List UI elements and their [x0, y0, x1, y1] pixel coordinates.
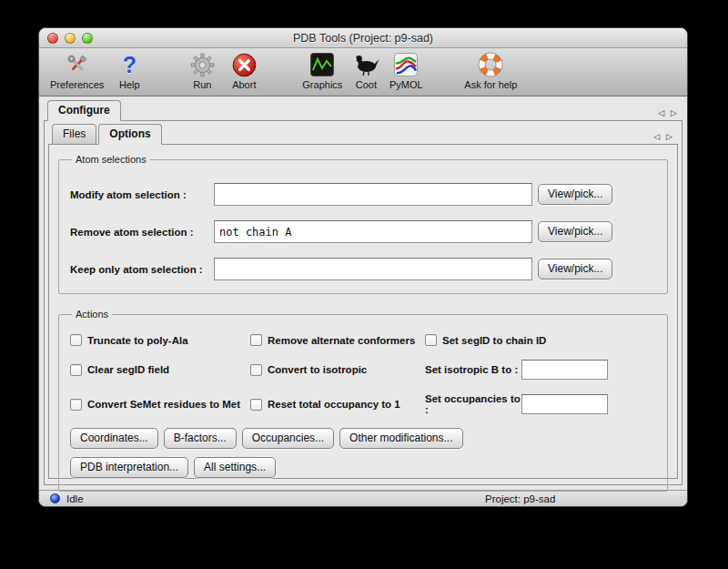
remove-atom-selection-input[interactable] — [214, 220, 532, 243]
coordinates-button[interactable]: Coordinates... — [70, 428, 158, 449]
options-panel: Atom selections Modify atom selection : … — [48, 144, 678, 479]
toolbar-item-ask-for-help[interactable]: Ask for help — [464, 51, 517, 90]
title-bar[interactable]: PDB Tools (Project: p9-sad) — [39, 28, 687, 48]
checkbox-box[interactable] — [425, 334, 437, 346]
view-pick-button[interactable]: View/pick... — [538, 184, 612, 205]
toolbar-item-label: Abort — [232, 79, 256, 90]
project-label: Project: p9-sad — [485, 493, 555, 504]
tab-scroll-left-icon[interactable]: ◁ — [658, 108, 664, 117]
tab-files[interactable]: Files — [52, 124, 96, 145]
modify-atom-selection-row: Modify atom selection : View/pick... — [70, 183, 656, 206]
close-button[interactable] — [47, 33, 58, 44]
b-factors-button[interactable]: B-factors... — [164, 428, 237, 449]
toolbar: Preferences ? Help — [39, 48, 687, 97]
checkbox-clear-segid-field[interactable]: Clear segID field — [70, 364, 250, 376]
tab-configure[interactable]: Configure — [47, 100, 121, 121]
toolbar-item-label: Coot — [356, 79, 377, 90]
checkbox-convert-semet-residues-to-met[interactable]: Convert SeMet residues to Met — [70, 399, 250, 411]
abort-icon — [232, 51, 257, 78]
toolbar-item-label: Ask for help — [464, 79, 517, 90]
preferences-icon — [65, 51, 90, 78]
remove-atom-selection-row: Remove atom selection : View/pick... — [70, 220, 656, 243]
help-icon: ? — [123, 51, 136, 78]
toolbar-item-help[interactable]: ? Help — [111, 51, 147, 90]
view-pick-button[interactable]: View/pick... — [538, 259, 612, 279]
status-bar: Idle Project: p9-sad — [39, 490, 687, 506]
main-tab-scroll: ◁ ▷ — [658, 108, 677, 121]
set-occupancies-input[interactable] — [521, 394, 608, 414]
sub-tab-scroll: ◁ ▷ — [653, 132, 672, 145]
toolbar-item-abort[interactable]: Abort — [226, 51, 262, 90]
modify-atom-selection-input[interactable] — [214, 183, 532, 206]
other-modifications-button[interactable]: Other modifications... — [339, 428, 462, 449]
toolbar-item-preferences[interactable]: Preferences — [50, 51, 104, 90]
actions-grid: Truncate to poly-Ala Remove alternate co… — [70, 334, 656, 415]
occupancies-button[interactable]: Occupancies... — [242, 428, 334, 449]
set-isotropic-b-field: Set isotropic B to : — [425, 360, 656, 380]
tab-scroll-right-icon[interactable]: ▷ — [666, 132, 672, 141]
actions-buttons-row-2: PDB interpretation... All settings... — [70, 457, 656, 478]
actions-legend: Actions — [72, 309, 112, 320]
coot-bird-icon — [352, 51, 379, 78]
sub-notebook: Files Options ◁ ▷ Atom selections Modify… — [45, 121, 682, 484]
atom-selections-legend: Atom selections — [72, 154, 150, 165]
tab-options[interactable]: Options — [98, 124, 161, 145]
toolbar-item-run[interactable]: Run — [184, 51, 220, 90]
graphics-icon — [310, 51, 334, 78]
set-isotropic-b-input[interactable] — [521, 360, 608, 380]
pdb-interpretation-button[interactable]: PDB interpretation... — [70, 457, 188, 478]
toolbar-item-label: PyMOL — [389, 79, 423, 90]
sub-tab-strip: Files Options ◁ ▷ — [48, 124, 678, 145]
set-occupancies-label: Set occupancies to : — [425, 393, 521, 415]
pymol-icon — [394, 51, 418, 78]
checkbox-box[interactable] — [70, 399, 82, 411]
checkbox-box[interactable] — [70, 334, 82, 346]
modify-atom-selection-label: Modify atom selection : — [70, 189, 214, 200]
keep-only-atom-selection-row: Keep only atom selection : View/pick... — [70, 258, 656, 280]
window-controls — [47, 33, 93, 44]
window-title: PDB Tools (Project: p9-sad) — [293, 32, 433, 45]
main-notebook: Configure ◁ ▷ Files Options ◁ ▷ — [39, 97, 687, 490]
toolbar-item-graphics[interactable]: Graphics — [302, 51, 342, 90]
lifebuoy-icon — [478, 51, 503, 78]
tab-scroll-left-icon[interactable]: ◁ — [653, 132, 660, 141]
status-led-icon — [50, 493, 60, 503]
toolbar-item-coot[interactable]: Coot — [348, 51, 384, 90]
checkbox-box[interactable] — [250, 334, 262, 346]
remove-atom-selection-label: Remove atom selection : — [70, 227, 214, 238]
actions-group: Actions Truncate to poly-Ala Remove alte… — [58, 309, 668, 492]
tab-scroll-right-icon[interactable]: ▷ — [671, 108, 677, 117]
checkbox-set-segid-to-chain-id[interactable]: Set segID to chain ID — [425, 334, 656, 346]
checkbox-remove-alternate-conformers[interactable]: Remove alternate conformers — [250, 334, 425, 346]
view-pick-button[interactable]: View/pick... — [538, 221, 612, 242]
checkbox-box[interactable] — [250, 364, 262, 376]
actions-buttons-row-1: Coordinates... B-factors... Occupancies.… — [70, 428, 656, 449]
run-gear-icon — [190, 51, 215, 78]
toolbar-item-label: Preferences — [50, 79, 104, 90]
main-tab-strip: Configure ◁ ▷ — [44, 100, 682, 121]
status-text: Idle — [66, 493, 84, 504]
toolbar-item-pymol[interactable]: PyMOL — [388, 51, 424, 90]
checkbox-box[interactable] — [70, 364, 82, 376]
all-settings-button[interactable]: All settings... — [194, 457, 276, 478]
atom-selections-group: Atom selections Modify atom selection : … — [58, 154, 668, 294]
keep-only-atom-selection-label: Keep only atom selection : — [70, 264, 214, 275]
checkbox-box[interactable] — [250, 399, 262, 411]
checkbox-convert-to-isotropic[interactable]: Convert to isotropic — [250, 364, 425, 376]
configure-panel: Files Options ◁ ▷ Atom selections Modify… — [44, 120, 682, 485]
zoom-button[interactable] — [82, 33, 93, 44]
set-isotropic-b-label: Set isotropic B to : — [425, 364, 521, 375]
toolbar-item-label: Help — [119, 79, 140, 90]
toolbar-item-label: Graphics — [302, 79, 342, 90]
checkbox-reset-total-occupancy-to-1[interactable]: Reset total occupancy to 1 — [250, 399, 425, 411]
set-occupancies-field: Set occupancies to : — [425, 393, 656, 415]
keep-only-atom-selection-input[interactable] — [214, 258, 532, 280]
minimize-button[interactable] — [65, 33, 76, 44]
pdb-tools-window: PDB Tools (Project: p9-sad) Preferences — [38, 27, 688, 507]
toolbar-item-label: Run — [193, 79, 211, 90]
checkbox-truncate-to-poly-ala[interactable]: Truncate to poly-Ala — [70, 334, 250, 346]
